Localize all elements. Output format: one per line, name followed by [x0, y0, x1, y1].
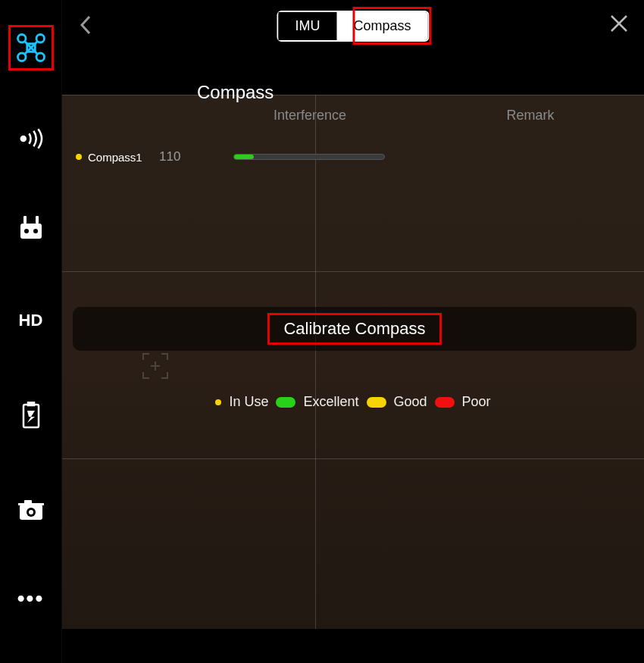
- column-remark: Remark: [427, 108, 633, 124]
- sidebar-item-gimbal[interactable]: [0, 462, 62, 557]
- legend-in-use: In Use: [229, 394, 268, 410]
- battery-icon: [20, 402, 42, 429]
- tab-imu[interactable]: IMU: [278, 12, 336, 40]
- status-legend: In Use Excellent Good Poor: [62, 394, 644, 410]
- svg-point-11: [24, 229, 29, 233]
- interference-fill: [234, 155, 254, 159]
- svg-rect-9: [23, 216, 27, 224]
- back-button[interactable]: [77, 14, 94, 39]
- legend-poor: Poor: [462, 394, 491, 410]
- sidebar-item-hd[interactable]: HD: [0, 273, 62, 367]
- focus-target-icon: [141, 352, 170, 380]
- compass-panel: Compass Interference Remark Compass1 110: [62, 76, 644, 164]
- close-icon: [609, 14, 629, 33]
- close-button[interactable]: [609, 14, 629, 36]
- column-interference: Interference: [215, 108, 405, 124]
- chevron-left-icon: [77, 14, 94, 36]
- grid-line: [62, 271, 644, 272]
- hd-icon: HD: [19, 311, 43, 330]
- rc-icon: [19, 214, 43, 240]
- svg-rect-14: [28, 402, 34, 405]
- grid-line: [62, 458, 644, 459]
- section-title: Compass: [197, 82, 633, 103]
- column-headers: Interference Remark: [73, 108, 633, 124]
- interference-bar: [233, 154, 385, 160]
- legend-excellent: Excellent: [303, 394, 358, 410]
- poor-pill-icon: [435, 397, 455, 408]
- svg-point-12: [33, 229, 38, 233]
- topbar: IMU Compass: [62, 0, 644, 53]
- in-use-dot-icon: [215, 399, 221, 405]
- sidebar-item-more[interactable]: •••: [0, 557, 62, 640]
- compass-value: 110: [159, 149, 205, 164]
- calibrate-compass-button[interactable]: Calibrate Compass: [73, 307, 636, 351]
- signal-icon: [18, 128, 44, 149]
- svg-rect-19: [18, 503, 44, 505]
- svg-point-18: [29, 510, 33, 514]
- sidebar-item-battery[interactable]: [0, 367, 62, 462]
- good-pill-icon: [367, 397, 386, 408]
- calibrate-label: Calibrate Compass: [283, 319, 425, 338]
- sidebar-item-signal[interactable]: [0, 95, 62, 182]
- svg-rect-10: [36, 216, 39, 224]
- grid-line: [315, 95, 316, 629]
- table-row: Compass1 110: [73, 149, 633, 164]
- sensor-tab-group: IMU Compass: [277, 11, 429, 42]
- settings-sidebar: HD •••: [0, 0, 62, 663]
- tab-compass[interactable]: Compass: [336, 12, 427, 40]
- svg-rect-8: [20, 224, 42, 239]
- drone-icon: [8, 25, 54, 70]
- excellent-pill-icon: [276, 397, 295, 408]
- svg-point-7: [20, 135, 27, 142]
- legend-good: Good: [394, 394, 427, 410]
- gimbal-icon: [18, 499, 44, 521]
- status-dot-icon: [76, 154, 82, 160]
- bottom-bar: [0, 629, 644, 663]
- sidebar-item-rc[interactable]: [0, 182, 62, 273]
- compass-name: Compass1: [88, 151, 159, 164]
- more-icon: •••: [17, 588, 44, 609]
- sidebar-item-aircraft[interactable]: [0, 0, 62, 95]
